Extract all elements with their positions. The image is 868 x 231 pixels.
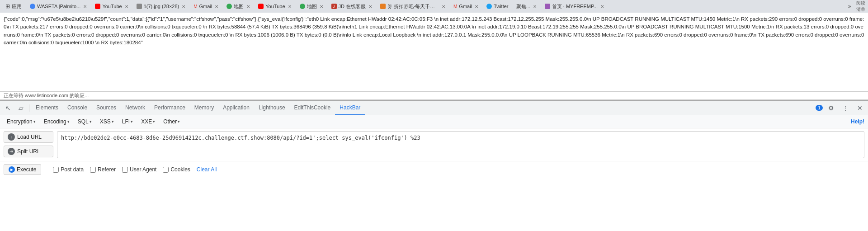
hackbar-checkboxes: Post data Referer User Agent Cookies Cle…	[44, 166, 864, 173]
referer-checkbox[interactable]	[90, 167, 96, 173]
tab-gmail2-close[interactable]: ✕	[475, 4, 478, 9]
referer-checkbox-label[interactable]: Referer	[90, 166, 116, 173]
tab-maps2-close[interactable]: ✕	[320, 4, 323, 9]
xss-label: XSS	[100, 118, 111, 125]
tab-maps2[interactable]: 地图 ✕	[296, 1, 327, 12]
hackbar-action-buttons: ↓ Load URL ⇥ Split URL	[4, 131, 53, 158]
encoding-menu[interactable]: Encoding ▾	[41, 117, 73, 126]
tab-myfreemp-label: 首页 · MYFREEMP...	[552, 3, 598, 10]
tab-console[interactable]: Console	[63, 101, 92, 115]
lfi-menu[interactable]: LFI ▾	[119, 117, 136, 126]
tab-elements[interactable]: Elements	[31, 101, 63, 115]
tab-maps1-close[interactable]: ✕	[246, 4, 250, 9]
devtools-panel: ↖ ▱ Elements Console Sources Network Per…	[0, 100, 868, 178]
other-menu[interactable]: Other ▾	[160, 117, 183, 126]
post-data-checkbox-label[interactable]: Post data	[53, 166, 84, 173]
inspect-element-icon[interactable]: ↖	[2, 102, 14, 114]
tab-network[interactable]: Network	[121, 101, 150, 115]
devtools-badge: 1	[816, 105, 823, 111]
tab-application[interactable]: Application	[218, 101, 254, 115]
status-text: 正在等待 www.listincode.com 的响应...	[4, 92, 89, 99]
tab-gmail1-close[interactable]: ✕	[215, 4, 218, 9]
xxe-label: XXE	[141, 118, 152, 125]
tab-apps[interactable]: ⊞ 应用	[2, 1, 25, 12]
tab-jd-close[interactable]: ✕	[368, 4, 372, 9]
lfi-label: LFI	[122, 118, 130, 125]
sql-menu[interactable]: SQL ▾	[75, 117, 95, 126]
tab-bar-controls: » 阅读清单	[844, 1, 866, 11]
tab-coupons[interactable]: 券 折扣券吧·每天千款... ✕	[377, 1, 449, 12]
user-agent-checkbox-label[interactable]: User Agent	[122, 166, 156, 173]
encoding-chevron-icon: ▾	[67, 119, 70, 124]
browser-tab-bar: ⊞ 应用 WASETA |Palmito... ✕ YouTube ✕ 1(7)…	[0, 0, 868, 13]
encryption-chevron-icon: ▾	[33, 119, 36, 124]
user-agent-checkbox[interactable]	[122, 167, 128, 173]
tab-youtube1[interactable]: YouTube ✕	[91, 1, 132, 12]
tab-youtube1-close[interactable]: ✕	[125, 4, 128, 9]
reading-mode-btn[interactable]: 阅读清单	[856, 1, 866, 11]
hackbar-help-link[interactable]: Help!	[851, 118, 864, 125]
tab-hackbar[interactable]: HackBar	[335, 101, 365, 115]
execute-button[interactable]: ▶ Execute	[4, 164, 41, 175]
tab-gmail1-label: Gmail	[199, 4, 212, 9]
tab-gmail1[interactable]: M Gmail ✕	[190, 1, 222, 12]
page-text: {"code":0,"msg":"\u67e5\u8be2\u6210\u529…	[4, 16, 864, 45]
tab-sources[interactable]: Sources	[92, 101, 121, 115]
encryption-menu[interactable]: Encryption ▾	[4, 117, 39, 126]
devtools-tab-bar: ↖ ▱ Elements Console Sources Network Per…	[0, 101, 868, 115]
load-url-label: Load URL	[17, 134, 42, 140]
xxe-menu[interactable]: XXE ▾	[138, 117, 158, 126]
tab-memory[interactable]: Memory	[190, 101, 218, 115]
tab-myfreemp[interactable]: 首页 · MYFREEMP... ✕	[541, 1, 608, 12]
page-content: {"code":0,"msg":"\u67e5\u8be2\u6210\u529…	[0, 13, 868, 92]
referer-label: Referer	[98, 166, 116, 173]
more-tabs-icon[interactable]: »	[844, 1, 854, 11]
tab-jd-label: JD 在线客服	[339, 3, 366, 10]
devtools-settings-icon[interactable]: ⚙	[825, 102, 837, 114]
tab-gmail2[interactable]: M Gmail ✕	[450, 1, 482, 12]
xss-chevron-icon: ▾	[112, 119, 114, 124]
encryption-label: Encryption	[7, 118, 33, 125]
hackbar-url-input[interactable]	[57, 131, 864, 158]
cookies-checkbox[interactable]	[163, 167, 169, 173]
tab-waseta-label: WASETA |Palmito...	[37, 4, 80, 9]
clear-all-button[interactable]: Clear All	[197, 166, 217, 173]
split-url-icon: ⇥	[8, 148, 15, 155]
tab-performance[interactable]: Performance	[150, 101, 190, 115]
tab-twitter-close[interactable]: ✕	[533, 4, 537, 9]
tab-twitter[interactable]: Twitter — 聚焦... ✕	[483, 1, 540, 12]
device-toggle-icon[interactable]: ▱	[14, 102, 27, 114]
tab-coupons-close[interactable]: ✕	[442, 4, 445, 9]
load-url-icon: ↓	[8, 133, 15, 141]
split-url-button[interactable]: ⇥ Split URL	[4, 146, 53, 157]
lfi-chevron-icon: ▾	[131, 119, 133, 124]
xss-menu[interactable]: XSS ▾	[97, 117, 117, 126]
tab-youtube1-label: YouTube	[102, 4, 122, 9]
tab-twitter-label: Twitter — 聚焦...	[494, 3, 530, 10]
tab-maps1[interactable]: 地图 ✕	[223, 1, 254, 12]
tab-lighthouse[interactable]: Lighthouse	[254, 101, 290, 115]
tab-apps-label: 应用	[12, 3, 22, 10]
tab-coupons-label: 券 折扣券吧·每天千款...	[387, 3, 439, 10]
tab-myfreemp-close[interactable]: ✕	[600, 4, 604, 9]
tab-editthiscookie[interactable]: EditThisCookie	[290, 101, 335, 115]
tab-youtube2[interactable]: YouTube ✕	[255, 1, 295, 12]
devtools-more-icon[interactable]: ⋮	[839, 102, 852, 114]
encoding-label: Encoding	[44, 118, 66, 125]
devtools-close-icon[interactable]: ✕	[854, 102, 866, 114]
tab-divider	[29, 104, 29, 112]
tab-youtube2-close[interactable]: ✕	[288, 4, 292, 9]
status-bar: 正在等待 www.listincode.com 的响应...	[0, 92, 868, 100]
tab-img[interactable]: 1(7).jpg (28×28) ✕	[133, 1, 189, 12]
tab-waseta-close[interactable]: ✕	[83, 4, 87, 9]
cookies-checkbox-label[interactable]: Cookies	[163, 166, 190, 173]
post-data-checkbox[interactable]	[53, 167, 59, 173]
devtools-right-controls: 1 ⚙ ⋮ ✕	[816, 102, 866, 114]
tab-waseta[interactable]: WASETA |Palmito... ✕	[26, 1, 90, 12]
tab-maps1-label: 地图	[234, 3, 244, 10]
tab-jd[interactable]: J JD 在线客服 ✕	[328, 1, 376, 12]
tab-img-label: 1(7).jpg (28×28)	[144, 4, 179, 9]
cookies-label: Cookies	[170, 166, 190, 173]
tab-img-close[interactable]: ✕	[182, 4, 185, 9]
load-url-button[interactable]: ↓ Load URL	[4, 131, 53, 143]
